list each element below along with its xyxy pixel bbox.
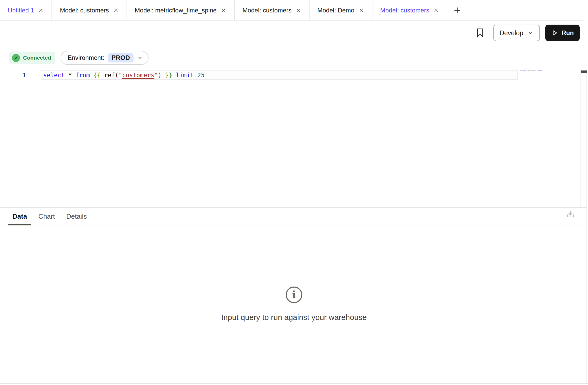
empty-state-message: Input query to run against your warehous… [0,313,588,322]
code-token: limit [538,70,541,71]
right-panel-border [586,70,587,383]
tab-untitled-1[interactable]: Untitled 1 [0,0,52,20]
code-token: from [76,72,90,79]
code-token: " [154,72,158,79]
scrollbar-thumb[interactable] [581,70,587,73]
editor-tab-bar: Untitled 1 Model: customers Model: metri… [0,0,583,21]
code-token [65,72,68,79]
code-line: select * from {{ ref("customers") }} lim… [41,71,517,79]
tab-label: Model: customers [60,7,109,14]
close-icon[interactable] [38,8,44,13]
status-row: Connected Environment: PROD [0,45,149,70]
develop-button[interactable]: Develop [493,25,540,41]
code-token [172,72,176,79]
code-token: }} [165,72,172,79]
code-token: * [68,72,72,79]
close-icon[interactable] [113,8,119,13]
tab-model-demo[interactable]: Model: Demo [310,0,372,20]
new-tab-button[interactable] [447,0,467,20]
bookmark-icon[interactable] [477,28,483,38]
minimap-code-line: select * from {{ ref("customers") }} lim… [520,70,525,71]
play-icon [551,30,558,36]
tab-label: Model: Demo [317,7,354,14]
code-token [194,72,197,79]
code-token: {{ [93,72,101,79]
info-icon: i [286,287,302,303]
editor-scrollbar-track [580,70,581,207]
info-icon-glyph: i [292,289,296,300]
tab-model-customers-2[interactable]: Model: customers [235,0,310,20]
code-token: limit [176,72,194,79]
code-token: customers [122,72,155,79]
tab-details-label: Details [66,212,87,220]
connection-status-label: Connected [23,55,51,61]
code-token: from [524,70,526,71]
chevron-down-icon [137,55,143,61]
tab-chart-label: Chart [38,212,55,220]
line-number: 1 [21,70,28,80]
run-button-label: Run [562,29,574,37]
code-token: ref( [528,70,530,71]
tab-model-customers-1[interactable]: Model: customers [52,0,127,20]
close-icon[interactable] [433,8,439,13]
run-button[interactable]: Run [545,25,580,41]
tab-data-label: Data [12,212,27,220]
code-token [161,72,165,79]
close-icon[interactable] [358,8,364,13]
code-token: ) [158,72,161,79]
code-token [72,72,76,79]
tab-label: Model: customers [242,7,291,14]
code-token [90,72,93,79]
download-icon[interactable] [565,209,576,220]
code-token: select [520,70,523,71]
tab-model-metricflow-time-spine[interactable]: Model: metricflow_time_spine [127,0,235,20]
dbt-ide-app: Untitled 1 Model: customers Model: metri… [0,0,588,385]
tab-details[interactable]: Details [62,208,91,225]
code-token: customers [531,70,535,71]
check-circle-icon [12,54,20,62]
tab-label: Untitled 1 [8,7,34,14]
code-token: 25 [541,70,542,71]
code-token: select [43,72,65,79]
tab-chart[interactable]: Chart [34,208,59,225]
close-icon[interactable] [221,8,226,13]
tab-label: Model: customers [380,7,429,14]
code-token: 25 [197,72,205,79]
develop-button-label: Develop [499,29,523,37]
tab-data[interactable]: Data [8,208,31,225]
close-icon[interactable] [296,8,301,13]
results-tab-bar: Data Chart Details [0,207,587,225]
bottom-divider [0,383,588,384]
tab-label: Model: metricflow_time_spine [135,7,217,14]
code-token: ref( [101,72,119,79]
tab-model-customers-3[interactable]: Model: customers [372,0,447,20]
plus-icon [453,6,462,15]
environment-label: Environment: [68,54,104,61]
editor-active-line[interactable]: select * from {{ ref("customers") }} lim… [41,70,518,80]
environment-selector[interactable]: Environment: PROD [61,51,149,65]
chevron-down-icon [527,30,534,36]
toolbar: Develop Run [0,21,583,45]
connection-status-badge: Connected [9,52,55,64]
editor-minimap[interactable]: select * from {{ ref("customers") }} lim… [520,70,556,74]
environment-value-badge: PROD [108,53,134,62]
code-token: " [119,72,122,79]
